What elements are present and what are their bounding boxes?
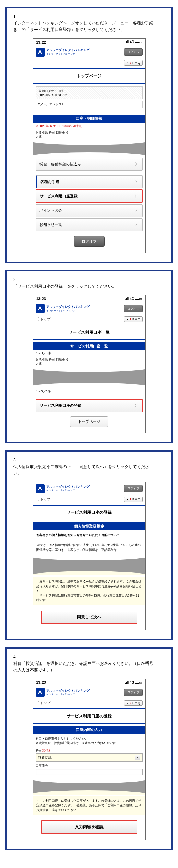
data-timestamp: ※2020年06月10日 13時22分時点 [33,123,145,130]
toppage-button[interactable]: トップページ [70,416,108,427]
chevron-right-icon: 〉 [135,179,139,184]
content-truncation-wave [33,556,145,575]
page-title: サービス利用口座一覧 [33,325,145,339]
signal-icon: .ıll 4G [125,297,134,301]
brand-subtitle: インターネットバンキング [46,52,90,56]
phone-screenshot-3: アルファダイレクトバンキング インターネットバンキング ログオフ 〈 トップ ▸… [33,482,146,630]
bank-logo-icon [36,48,45,57]
brand-name: アルファダイレクトバンキング [46,48,90,52]
email-address-box: Eメールアドレス1 [36,101,143,108]
signal-icon: .ıll 4G [125,40,134,44]
faq-button[interactable]: ▸ ? F A Q [124,60,142,66]
form-instruction: 科目・口座番号を入力してください。 ※外貨預金・投資信託選択時は口座番号の入力は… [36,737,143,745]
page-title: サービス利用口座の登録 [33,506,145,520]
account-number-input[interactable] [36,769,143,775]
section-header-input: 口座内容の入力 [33,726,145,734]
chevron-icon: ▸ [127,317,128,321]
privacy-intro-heading: お客さまの個人情報をお知らせさせていただく目的について [33,530,145,541]
account-info-text: お取引店 科目 口座番号 大練 [33,130,145,140]
status-time: 13:23 [36,680,46,684]
top-link[interactable]: 〈 トップ [36,701,50,705]
top-link[interactable]: 〈 トップ [36,317,50,322]
faq-button[interactable]: ▸ ? F A Q [124,497,142,502]
brand-name: アルファダイレクトバンキング [46,689,90,693]
bank-logo-icon [36,304,45,313]
last-login-box: 前回ログオン日時： 2020/05/29 09:35:12 [36,86,143,99]
subject-select[interactable]: 投資信託 ▾ [36,753,143,762]
account-info-text: お取引店 科目 口座番号 大練 [33,357,145,367]
status-time: 13:22 [36,40,46,44]
service-hours-notice: ・おサービス時間は、途中でお申込手続きが強制終了されます。この場合は恐れ入ります… [33,577,145,605]
chevron-right-icon: 〉 [135,194,139,199]
menu-item-points[interactable]: ポイント照会 〉 [36,204,143,217]
step-instruction-text: 個人情報取扱規定をご確認の上、「同意して次へ」をクリックしてください。 [13,464,156,477]
step-number: 4. [13,654,21,660]
step-instruction-text: インターネットバンキングへログオンしていただき、メニュー「各種お手続き」の「サー… [13,20,156,33]
chevron-icon: ▸ [127,701,128,705]
brand-name: アルファダイレクトバンキング [46,485,90,489]
content-truncation-wave [33,141,145,157]
menu-item-register-account[interactable]: サービス利用口座の登録 〉 [36,399,143,412]
select-value: 投資信託 [38,755,52,760]
logoff-button[interactable]: ログオフ [124,689,143,696]
signal-icon: .ıll 4G [125,681,134,684]
battery-icon: ▬▭ [135,40,142,44]
step-instruction-text: 「サービス利用口座の登録」をクリックしてください。 [13,283,156,290]
brand-subtitle: インターネットバンキング [46,309,90,312]
chevron-left-icon: 〈 [36,317,39,322]
content-truncation-wave [33,368,145,387]
menu-item-procedures[interactable]: 各種お手続 〉 [36,175,143,188]
account-number-label: 口座番号 [36,764,143,768]
chevron-right-icon: 〉 [135,403,139,408]
chevron-right-icon: 〉 [135,162,139,167]
chevron-icon: ▸ [127,498,128,501]
content-truncation-wave [33,779,145,795]
chevron-left-icon: 〈 [36,497,39,502]
faq-button[interactable]: ▸ ? F A Q [124,700,142,706]
battery-icon: ▬▭ [135,681,142,684]
confirm-input-button[interactable]: 入力内容を確認 [41,820,137,834]
logoff-button-large[interactable]: ログオフ [74,236,105,247]
logoff-button[interactable]: ログオフ [124,48,143,56]
step-number: 2. [13,277,21,283]
battery-icon: ▬▭ [135,297,142,301]
menu-item-service-registration[interactable]: サービス利用口座登録 〉 [36,189,143,203]
logoff-button[interactable]: ログオフ [124,305,143,312]
bank-logo-icon [36,484,45,493]
step-number: 1. [13,13,21,20]
menu-item-tax-payment[interactable]: 税金・各種料金の払込み 〉 [36,158,143,171]
faq-q-icon: ? [129,61,131,65]
faq-q-icon: ? [129,701,131,705]
chevron-right-icon: 〉 [135,208,139,213]
phone-screenshot-1: 13:22 .ıll 4G ▬▭ アルファダイレクトバンキング インターネットバ… [33,38,146,253]
faq-q-icon: ? [129,317,131,321]
bank-logo-icon [36,688,45,697]
pagination-bottom: 1～3／3件 [33,388,145,395]
status-time: 13:23 [36,297,46,301]
top-link[interactable]: 〈 トップ [36,497,50,502]
page-title: トップページ [33,69,145,83]
logoff-button[interactable]: ログオフ [124,485,143,492]
agree-next-button[interactable]: 同意して次へ [41,611,137,624]
chevron-right-icon: 〉 [135,222,139,227]
menu-item-notices[interactable]: お知らせ一覧 〉 [36,218,143,231]
chevron-left-icon: 〈 [36,701,39,705]
section-header-account: 口座・明細情報 [33,115,145,123]
brand-name: アルファダイレクトバンキング [46,305,90,309]
faq-q-icon: ? [129,498,131,501]
section-header-account-list: サービス利用口座一覧 [33,342,145,350]
brand-subtitle: インターネットバンキング [46,489,90,492]
subject-label: 科目(必須) [36,748,143,753]
pagination-top: 1～3／3件 [33,350,145,357]
faq-button[interactable]: ▸ ? F A Q [124,316,142,322]
registration-notice: ・「ご利用口座」に登録した口座があります。未登録の方は、この画面で指定預金口座を… [33,796,145,815]
chevron-icon: ▸ [127,61,128,65]
dropdown-icon: ▾ [135,755,140,760]
phone-screenshot-2: 13:23 .ıll 4G ▬▭ アルファダイレクトバンキング インターネットバ… [33,295,146,433]
privacy-intro-body: 当行は、個人情報の保護に関する法律（平成15年5月法律第57号）その他の関係法令… [33,540,145,555]
page-title: サービス利用口座の登録 [33,709,145,723]
phone-screenshot-4: 13:23 .ıll 4G ▬▭ アルファダイレクトバンキング インターネットバ… [33,679,146,840]
step-instruction-text: 科目「投資信託」を選択いただき、確認画面へお進みください。（口座番号の入力は不要… [13,660,156,673]
brand-subtitle: インターネットバンキング [46,693,90,696]
step-number: 3. [13,457,21,463]
